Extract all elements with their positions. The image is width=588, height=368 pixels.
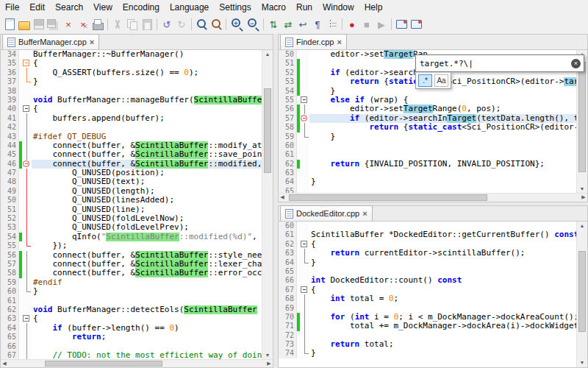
cut-icon[interactable] bbox=[110, 17, 125, 32]
code-line[interactable]: 63 bbox=[279, 169, 577, 177]
vertical-scrollbar[interactable]: ▲ ▼ bbox=[576, 222, 587, 367]
scrollbar-thumb[interactable] bbox=[578, 251, 586, 332]
open-file-icon[interactable] bbox=[17, 17, 32, 32]
code-line[interactable]: 74} bbox=[279, 349, 577, 358]
code-line[interactable]: 51 Q_UNUSED(line); bbox=[1, 205, 262, 214]
code-area[interactable]: 50 editor->setTargetRan5152 if (editor->… bbox=[279, 50, 587, 194]
document-monitor-icon[interactable] bbox=[394, 17, 409, 32]
code-line[interactable]: 58 return {static_cast<Sci_PositionCR>(e… bbox=[279, 123, 577, 132]
menu-help[interactable]: Help bbox=[359, 1, 388, 14]
document-list-icon[interactable] bbox=[409, 17, 423, 32]
code-line[interactable]: 40{ bbox=[1, 105, 262, 113]
code-line[interactable]: 57 if (editor->searchInTarget(textData.l… bbox=[279, 114, 577, 123]
fold-marker[interactable] bbox=[300, 286, 309, 294]
code-line[interactable]: 37} bbox=[1, 77, 262, 86]
code-line[interactable]: 63 return currentEditor->scintillaBuffer… bbox=[279, 249, 577, 258]
code-line[interactable]: 46 connect(buffer, &ScintillaBuffer::mod… bbox=[1, 160, 262, 169]
code-line[interactable]: 50 Q_UNUSED(linesAdded); bbox=[1, 196, 262, 205]
indent-guide-icon[interactable] bbox=[325, 17, 340, 32]
code-line[interactable]: 64} bbox=[279, 177, 577, 186]
tab-finder.cpp[interactable]: Finder.cpp× bbox=[280, 34, 347, 49]
menu-edit[interactable]: Edit bbox=[24, 1, 50, 14]
scroll-right-arrow[interactable]: ▶ bbox=[265, 360, 273, 367]
copy-icon[interactable] bbox=[125, 17, 140, 32]
regex-toggle-button[interactable]: .* bbox=[418, 74, 432, 87]
code-line[interactable]: 35{ bbox=[1, 59, 262, 68]
code-line[interactable]: 48 Q_UNUSED(text); bbox=[1, 177, 262, 186]
menu-encoding[interactable]: Encoding bbox=[118, 1, 165, 14]
tab-close-icon[interactable]: × bbox=[337, 38, 341, 46]
code-line[interactable]: 62 return {INVALID_POSITION, INVALID_POS… bbox=[279, 160, 577, 169]
code-line[interactable]: 53 Q_UNUSED(foldLevelPrev); bbox=[1, 223, 262, 232]
code-line[interactable]: 65 return; bbox=[1, 333, 262, 342]
code-line[interactable]: 61 bbox=[1, 297, 262, 305]
paste-icon[interactable] bbox=[140, 17, 154, 32]
code-area[interactable]: 34BufferManager::~BufferManager()35{36 Q… bbox=[1, 50, 273, 360]
undo-icon[interactable]: ↺ bbox=[159, 17, 174, 32]
replace-icon[interactable] bbox=[209, 17, 223, 32]
vertical-scrollbar[interactable]: ▲ ▼ bbox=[262, 50, 273, 360]
code-line[interactable]: 72 bbox=[279, 331, 577, 340]
code-line[interactable]: 64} bbox=[279, 258, 577, 267]
code-line[interactable]: 55 }); bbox=[1, 241, 262, 250]
code-line[interactable]: 70 for (int i = 0; i < m_DockManager->do… bbox=[279, 313, 577, 322]
fold-marker[interactable] bbox=[22, 59, 32, 68]
scroll-up-arrow[interactable]: ▲ bbox=[262, 50, 273, 59]
code-line[interactable]: 60 bbox=[279, 141, 577, 150]
redo-icon[interactable]: ↻ bbox=[174, 17, 189, 32]
macro-stop-icon[interactable]: ■ bbox=[359, 17, 374, 32]
code-line[interactable]: 61 bbox=[279, 150, 577, 159]
scroll-right-arrow[interactable]: ▶ bbox=[580, 194, 587, 202]
fold-marker[interactable] bbox=[22, 105, 32, 113]
code-line[interactable]: 60 bbox=[279, 222, 577, 230]
code-line[interactable]: 55 else if (wrap) { bbox=[279, 96, 577, 105]
menu-run[interactable]: Run bbox=[291, 1, 318, 14]
tab-close-icon[interactable]: × bbox=[362, 210, 367, 217]
code-line[interactable]: 57 connect(buffer, &ScintillaBuffer::lex… bbox=[1, 260, 262, 269]
save-icon[interactable] bbox=[32, 17, 46, 32]
macro-play-icon[interactable]: ▶ bbox=[374, 17, 389, 32]
code-line[interactable]: 54 qInfo("ScintillaBuffer::modified(%d)"… bbox=[1, 233, 262, 241]
code-line[interactable]: 60} bbox=[1, 287, 262, 296]
code-line[interactable]: 39void BufferManager::manageBuffer(Scint… bbox=[1, 96, 262, 105]
code-line[interactable]: 61ScintillaBuffer *DockedEditor::getCurr… bbox=[279, 230, 577, 239]
fold-marker[interactable] bbox=[22, 314, 32, 323]
code-line[interactable]: 65 bbox=[279, 267, 577, 276]
zoom-in-icon[interactable]: + bbox=[229, 16, 245, 33]
horizontal-scrollbar[interactable]: ◀ ▶ bbox=[1, 359, 273, 367]
code-line[interactable]: 58 connect(buffer, &ScintillaBuffer::err… bbox=[1, 269, 262, 277]
code-line[interactable]: 36 Q_ASSERT(buffers.size() == 0); bbox=[1, 68, 262, 77]
code-line[interactable]: 67{ bbox=[279, 286, 577, 294]
code-line[interactable]: 68 int total = 0; bbox=[279, 294, 577, 303]
code-line[interactable]: 59 } bbox=[279, 132, 577, 141]
match-case-toggle-button[interactable]: Aa bbox=[434, 74, 448, 87]
code-line[interactable]: 42 bbox=[1, 123, 262, 132]
fold-marker[interactable] bbox=[22, 160, 32, 169]
scroll-left-arrow[interactable]: ◀ bbox=[1, 360, 8, 367]
macro-record-icon[interactable]: ● bbox=[345, 17, 359, 32]
menu-search[interactable]: Search bbox=[50, 1, 88, 14]
fold-marker[interactable] bbox=[300, 96, 309, 105]
close-doc-icon[interactable]: × bbox=[61, 17, 76, 32]
menu-file[interactable]: File bbox=[0, 1, 24, 14]
code-line[interactable]: 62void BufferManager::detectEols(Scintil… bbox=[1, 305, 262, 314]
code-line[interactable]: 43#ifdef QT_DEBUG bbox=[1, 132, 262, 141]
find-icon[interactable] bbox=[194, 17, 209, 32]
word-wrap-icon[interactable]: ↩ bbox=[295, 17, 310, 32]
scrollbar-thumb[interactable] bbox=[289, 194, 487, 201]
code-line[interactable]: 45 connect(buffer, &ScintillaBuffer::sav… bbox=[1, 150, 262, 159]
search-input[interactable]: target.*?\| × bbox=[415, 54, 584, 72]
code-line[interactable]: 34BufferManager::~BufferManager() bbox=[1, 50, 262, 59]
code-line[interactable]: 56 connect(buffer, &ScintillaBuffer::sty… bbox=[1, 251, 262, 260]
code-line[interactable]: 59#endif bbox=[1, 278, 262, 287]
code-area[interactable]: 6061ScintillaBuffer *DockedEditor::getCu… bbox=[279, 222, 587, 367]
code-line[interactable]: 63{ bbox=[1, 314, 262, 323]
code-line[interactable]: 44 connect(buffer, &ScintillaBuffer::mod… bbox=[1, 141, 262, 150]
fold-marker[interactable] bbox=[300, 114, 309, 123]
save-all-icon[interactable] bbox=[46, 17, 61, 32]
zoom-out-icon[interactable]: − bbox=[245, 16, 261, 33]
menu-macro[interactable]: Macro bbox=[257, 1, 291, 14]
scroll-up-arrow[interactable]: ▲ bbox=[577, 222, 587, 230]
scroll-left-arrow[interactable]: ◀ bbox=[279, 194, 286, 202]
tab-close-icon[interactable]: × bbox=[90, 38, 94, 46]
